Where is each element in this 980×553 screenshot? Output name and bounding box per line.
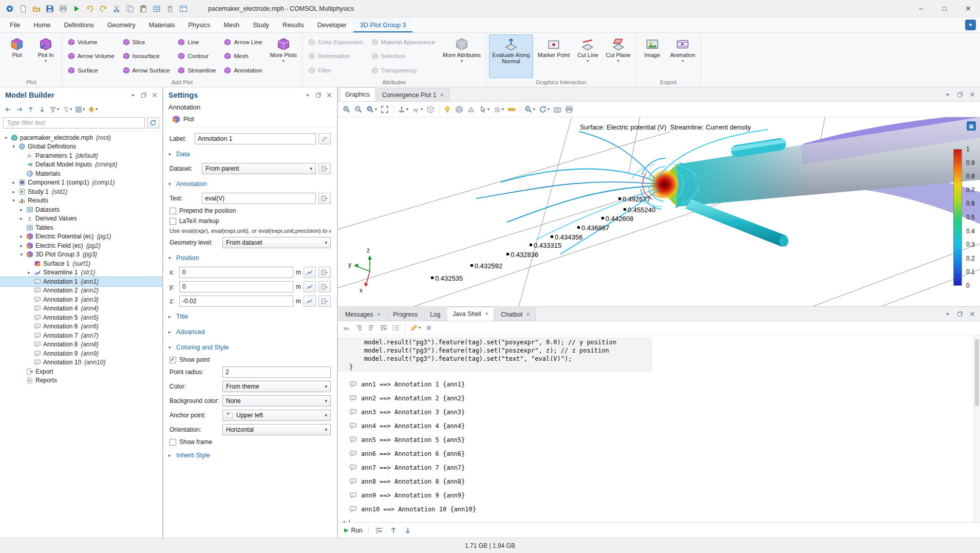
- tree-node-component-1-comp1[interactable]: ▸Component 1 (comp1){comp1}: [0, 178, 162, 188]
- history-up-icon[interactable]: [388, 525, 399, 536]
- tree-node-results[interactable]: ▾Results: [0, 196, 162, 206]
- image-button[interactable]: Image: [639, 34, 666, 78]
- comsol-logo-icon[interactable]: [3, 2, 16, 15]
- save-icon[interactable]: [43, 2, 56, 15]
- cut-icon[interactable]: [110, 2, 123, 15]
- selection-button[interactable]: Selection: [369, 50, 437, 62]
- filter-button[interactable]: Filter: [306, 65, 365, 76]
- tab-chatbot[interactable]: Chatbot✕: [495, 308, 536, 321]
- material-appearance-button[interactable]: Material Appearance: [369, 36, 437, 48]
- prepend-position-checkbox[interactable]: [169, 208, 176, 214]
- tab-graphics[interactable]: Graphics: [340, 87, 375, 101]
- undo-icon[interactable]: [83, 2, 96, 15]
- expand-node-icon[interactable]: ▸: [26, 270, 32, 275]
- stop-icon[interactable]: [423, 322, 435, 334]
- expand-node-icon[interactable]: ▸: [18, 234, 24, 239]
- annotation-label-input[interactable]: [195, 133, 316, 144]
- slice-button[interactable]: Slice: [121, 36, 172, 48]
- tab-java-shell[interactable]: Java Shell✕: [447, 307, 494, 321]
- tree-node-pacemaker-electrode-mph[interactable]: ▾pacemaker_electrode.mph(root): [0, 133, 162, 142]
- tree-collapse-icon[interactable]: [353, 322, 365, 334]
- line-button[interactable]: Line: [176, 36, 218, 48]
- section-data[interactable]: ▾Data: [163, 149, 337, 160]
- color-select[interactable]: From theme▾: [222, 381, 331, 392]
- assistant-icon[interactable]: ✦: [965, 20, 976, 30]
- plot-tools-icon[interactable]: ▦: [967, 121, 976, 131]
- panel-close-icon[interactable]: [968, 309, 977, 319]
- edit-dataset-icon[interactable]: [318, 163, 331, 174]
- range-icon[interactable]: [304, 296, 316, 307]
- show-point-checkbox[interactable]: [169, 357, 176, 363]
- tree-options-icon[interactable]: ▾: [61, 104, 73, 115]
- image-snapshot-icon[interactable]: [552, 103, 563, 116]
- section-inherit-style[interactable]: ▸Inherit Style: [163, 450, 337, 461]
- tree-node-electric-field-ec[interactable]: ▸Electric Field (ec){pg2}: [0, 241, 162, 250]
- open-file-icon[interactable]: [30, 2, 43, 15]
- forward-icon[interactable]: [14, 104, 25, 115]
- view-along-axis-icon[interactable]: xy▾: [410, 103, 424, 116]
- panel-menu-icon[interactable]: [943, 309, 952, 319]
- marker-point-button[interactable]: Marker Point: [535, 34, 572, 78]
- list-icon[interactable]: [390, 322, 402, 334]
- highlight-icon[interactable]: ▾: [408, 322, 422, 334]
- ruler-icon[interactable]: [506, 103, 517, 116]
- arrow-volume-button[interactable]: Arrow Volume: [66, 50, 117, 62]
- range-icon[interactable]: [304, 281, 316, 292]
- show-frame-checkbox[interactable]: [169, 439, 176, 446]
- evaluate-along-normal-button[interactable]: Evaluate Along Normal: [489, 34, 533, 78]
- tree-node-derived-values[interactable]: ▸ΣDerived Values: [0, 214, 162, 224]
- evaluate-icon[interactable]: a=: [341, 322, 352, 334]
- tree-node-reports[interactable]: Reports: [0, 376, 162, 385]
- refresh-icon[interactable]: [147, 117, 159, 128]
- collapse-node-icon[interactable]: ▾: [18, 252, 24, 257]
- scrollbar-thumb[interactable]: [975, 339, 979, 406]
- plot-button[interactable]: Plot: [4, 34, 30, 78]
- zoom-in-icon[interactable]: [341, 103, 352, 116]
- panel-float-icon[interactable]: [139, 90, 148, 100]
- arrow-surface-button[interactable]: Arrow Surface: [121, 65, 172, 76]
- geometry-level-select[interactable]: From dataset▾: [222, 237, 331, 248]
- history-down-icon[interactable]: [403, 525, 413, 536]
- orientation-select[interactable]: Horizontal▾: [222, 424, 331, 435]
- deformation-button[interactable]: Deformation: [306, 50, 365, 62]
- insert-expression-icon[interactable]: [318, 193, 331, 204]
- command-prompt-icon[interactable]: [374, 525, 384, 536]
- tab-study[interactable]: Study: [246, 17, 276, 32]
- run-button[interactable]: ▶ Run: [343, 525, 363, 536]
- animation-button[interactable]: Animation▾: [668, 34, 698, 78]
- tab-definitions[interactable]: Definitions: [58, 17, 101, 32]
- section-annotation[interactable]: ▾Annotation: [163, 178, 337, 190]
- surface-button[interactable]: Surface: [66, 65, 117, 76]
- orthographic-icon[interactable]: [425, 103, 436, 116]
- tab-messages[interactable]: Messages✕: [340, 308, 386, 321]
- copy-icon[interactable]: [123, 2, 136, 15]
- select-icon[interactable]: ▾: [477, 103, 491, 116]
- run-icon[interactable]: [70, 2, 83, 15]
- word-wrap-icon[interactable]: [378, 322, 389, 334]
- tab-geometry[interactable]: Geometry: [101, 17, 142, 32]
- graphics-canvas[interactable]: Surface: Electric potential (V) Streamli…: [338, 117, 980, 306]
- update-plot-icon[interactable]: ▾: [537, 103, 551, 116]
- panel-menu-icon[interactable]: [943, 90, 952, 99]
- tree-node-annotation-5[interactable]: Annotation 5{ann5}: [0, 313, 162, 322]
- annotation-text-input[interactable]: [202, 193, 316, 204]
- tab-convergence-plot-1[interactable]: Convergence Plot 1✕: [376, 88, 449, 101]
- go-to-node-icon[interactable]: ▾: [87, 104, 99, 115]
- position-y-input[interactable]: [179, 281, 293, 292]
- panel-float-icon[interactable]: [955, 90, 965, 99]
- reset-layout-icon[interactable]: [177, 2, 190, 15]
- tab-3d-plot-group-3[interactable]: 3D Plot Group 3: [353, 17, 413, 32]
- close-tab-icon[interactable]: ✕: [377, 312, 381, 317]
- plot-settings-icon[interactable]: ▾: [523, 103, 537, 116]
- panel-menu-icon[interactable]: [303, 90, 312, 100]
- color-expression-button[interactable]: Color Expression: [306, 36, 365, 48]
- collapse-node-icon[interactable]: ▾: [3, 135, 9, 140]
- new-file-icon[interactable]: [16, 2, 29, 15]
- tree-node-annotation-10[interactable]: Annotation 10{ann10}: [0, 358, 162, 367]
- tree-filter-input[interactable]: [3, 117, 145, 128]
- dataset-select[interactable]: From parent▾: [202, 163, 316, 174]
- tree-node-annotation-3[interactable]: Annotation 3{ann3}: [0, 295, 162, 304]
- redo-icon[interactable]: [97, 2, 109, 15]
- section-position[interactable]: ▾Position: [163, 252, 337, 264]
- scrollbar[interactable]: [973, 335, 980, 522]
